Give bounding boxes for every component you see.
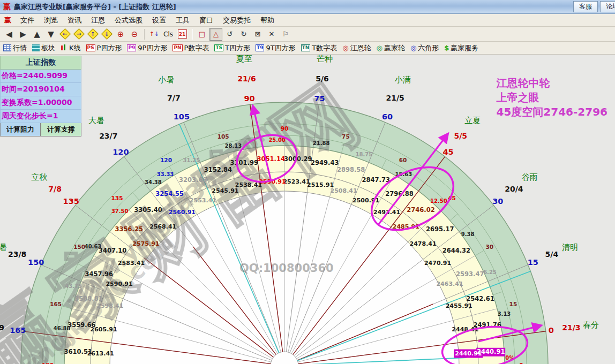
window-title: 赢家江恩专业版[赢家服务平台] - [上证指数 江恩轮] [14,2,176,12]
svg-text:3101.99: 3101.99 [230,159,258,166]
svg-text:3000.29: 3000.29 [284,155,312,163]
menu-logo-icon: 赢 [4,16,11,25]
menu-file[interactable]: 文件 [16,14,39,26]
pan-right-icon[interactable]: → [72,28,85,41]
draw-triangle-icon[interactable]: △ [209,28,222,41]
toolbar-item-赢家轮[interactable]: ◎赢家轮 [377,43,405,53]
calendar-icon[interactable]: 21 [176,28,189,41]
svg-text:21/5: 21/5 [386,94,404,102]
svg-text:夏至: 夏至 [236,55,252,64]
svg-text:7/8: 7/8 [48,185,62,193]
toolbar-item-江恩轮[interactable]: ◎江恩轮 [342,43,371,53]
nav-down-icon[interactable]: ▼ [44,28,57,41]
pan-down-icon[interactable]: ↓ [100,28,113,41]
svg-text:2515.91: 2515.91 [307,181,334,188]
svg-text:60: 60 [382,112,393,121]
svg-text:90: 90 [244,94,254,103]
toolbar-item-赢家服务[interactable]: $赢家服务 [444,43,478,53]
title-bar: 赢 赢家江恩专业版[赢家服务平台] - [上证指数 江恩轮] 客服 论坛 [0,0,615,14]
svg-text:135: 135 [111,195,123,201]
svg-text:40.63: 40.63 [85,244,102,249]
nav-up-icon[interactable]: ▲ [31,28,43,41]
forum-button[interactable]: 论坛 [600,1,615,12]
menu-browse[interactable]: 浏览 [39,14,63,26]
svg-text:23/7: 23/7 [99,132,117,140]
svg-text:7/7: 7/7 [167,94,181,102]
svg-text:小暑: 小暑 [158,75,174,85]
svg-text:23/8: 23/8 [8,250,26,259]
menu-window[interactable]: 窗口 [194,14,218,26]
toolbar-item-T四方形[interactable]: TST四方形 [214,43,250,53]
svg-text:34.38: 34.38 [145,179,162,185]
zoom-in-icon[interactable]: ⊕ [114,28,127,41]
svg-text:3610.51: 3610.51 [64,348,92,355]
svg-text:QQ:100800360: QQ:100800360 [239,262,334,275]
toolbar-item-T数字表[interactable]: TNT数字表 [301,43,338,53]
rotate-cw-icon[interactable]: ↻ [237,28,250,41]
menu-bar: 赢 文件 浏览 资讯 江恩 公式选股 设置 工具 窗口 交易委托 帮助 [0,14,615,27]
svg-text:9.38: 9.38 [461,231,475,237]
chart-type-toolbar: 行情板块K线PSP四方形P99P四方形PNP数字表TST四方形T99T四方形TN… [0,42,615,55]
calc-resistance-button[interactable]: 计算阻力 [0,123,41,136]
menu-gann[interactable]: 江恩 [86,14,110,26]
toolbar-item-P四方形[interactable]: PSP四方形 [86,43,122,53]
svg-text:21/6: 21/6 [237,74,256,83]
clear-button[interactable]: Cls [162,28,175,41]
toolbar-item-板块[interactable]: 板块 [32,43,55,53]
svg-text:165: 165 [50,301,62,307]
svg-text:2455.91: 2455.91 [446,302,472,309]
menu-formula-stockpick[interactable]: 公式选股 [110,14,147,26]
svg-text:0: 0 [519,362,523,364]
svg-text:7/9: 7/9 [0,323,4,332]
box-select-icon[interactable]: ⊠ [251,28,264,41]
pan-left-icon[interactable]: ← [58,28,71,41]
svg-text:165: 165 [10,326,26,335]
zoom-out-icon[interactable]: ⊖ [128,28,141,41]
updown-marker-icon[interactable]: ↑↓ [148,28,161,41]
crosshair-icon[interactable]: ✕ [265,28,278,41]
parameter-panel: 上证指数 价格=2440.9099 时间=20190104 变换系数=1.000… [0,56,81,136]
calc-support-button[interactable]: 计算支撑 [41,123,81,136]
svg-text:150: 150 [28,258,44,267]
nav-back-icon[interactable]: ◀ [3,28,16,41]
app-window: 赢 赢家江恩专业版[赢家服务平台] - [上证指数 江恩轮] 客服 论坛 赢 文… [0,0,615,364]
svg-text:15: 15 [528,258,538,267]
chart-area[interactable]: 赢家财富网www.yingjia360.comwww.yingjia360.co… [0,55,615,364]
annotation-line-2: 上帝之眼 [497,90,608,105]
svg-text:180: 180 [42,362,54,364]
toolbar-item-六角形[interactable]: ◎六角形 [410,43,439,53]
svg-text:2553.41: 2553.41 [190,197,216,204]
pan-up-icon[interactable]: ↑ [86,28,99,41]
menu-help[interactable]: 帮助 [256,14,279,26]
svg-text:2470.91: 2470.91 [424,260,451,267]
svg-text:2523.41: 2523.41 [283,178,310,185]
nav-forward-icon[interactable]: ▶ [17,28,29,41]
svg-text:2590.91: 2590.91 [106,280,132,287]
svg-text:大暑: 大暑 [88,116,104,125]
draw-rect-icon[interactable]: □ [196,28,208,41]
svg-text:105: 105 [218,133,229,140]
svg-text:37.50: 37.50 [111,208,129,214]
svg-text:90: 90 [281,125,289,132]
svg-text:28.13: 28.13 [225,143,242,149]
svg-text:立秋: 立秋 [31,172,47,182]
toolbar-item-P数字表[interactable]: PNP数字表 [172,43,209,53]
svg-text:3407.10: 3407.10 [99,247,126,254]
svg-text:0: 0 [549,326,554,335]
annotation-line-1: 江恩轮中轮 [497,76,608,90]
menu-news[interactable]: 资讯 [63,14,86,26]
toolbar-item-9P四方形[interactable]: P99P四方形 [127,43,167,53]
toolbar-item-行情[interactable]: 行情 [3,43,27,53]
flag-tool-icon[interactable]: ⚐ [279,28,292,41]
svg-text:12.50: 12.50 [430,198,447,204]
menu-settings[interactable]: 设置 [147,14,171,26]
svg-text:75: 75 [314,94,325,103]
menu-tools[interactable]: 工具 [171,14,194,26]
toolbar-item-K线[interactable]: K线 [61,43,81,53]
customer-service-button[interactable]: 客服 [573,1,598,12]
toolbar-item-9T四方形[interactable]: T99T四方形 [256,43,296,53]
rotate-ccw-icon[interactable]: ↺ [223,28,236,41]
svg-text:2847.73: 2847.73 [362,176,390,184]
menu-trade[interactable]: 交易委托 [218,14,256,26]
svg-text:3508.81: 3508.81 [74,295,102,302]
